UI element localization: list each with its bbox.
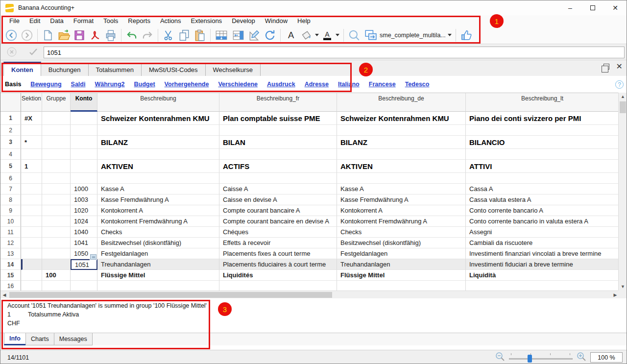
cell-konto[interactable]: 1051 [71,259,97,270]
cell-gruppe[interactable] [42,136,71,149]
cell-beschreibung_lt[interactable]: Cambiali da riscuotere [466,238,619,248]
menu-item-edit[interactable]: Edit [24,16,45,25]
cell-beschreibung_fr[interactable]: Placements fixes à court terme [219,248,337,259]
table-row[interactable]: 121041Besitzwechsel (diskontfähig)Effett… [0,238,619,248]
cell-beschreibung[interactable] [97,149,219,160]
row-number[interactable]: 3 [0,136,21,149]
cell-gruppe[interactable]: 100 [42,270,71,281]
cell-konto[interactable] [71,125,97,136]
formula-input[interactable] [44,47,625,58]
cell-sektion[interactable] [21,173,42,184]
nav-back-button[interactable] [3,28,19,43]
cell-sektion[interactable] [21,259,42,270]
cell-sektion[interactable] [21,216,42,227]
paste-button[interactable] [192,28,208,43]
cell-beschreibung_fr[interactable]: Chéques [219,227,337,238]
view-basis[interactable]: Basis [5,81,21,88]
menu-item-extensions[interactable]: Extensions [186,16,227,25]
zoom-out-icon[interactable] [495,352,505,364]
cell-beschreibung[interactable]: Kontokorrent Fremdwährung A [97,216,219,227]
menu-item-format[interactable]: Format [69,16,98,25]
cell-beschreibung_de[interactable] [337,125,466,136]
cell-beschreibung_de[interactable]: AKTIVEN [337,160,466,173]
zoom-percentage[interactable]: 100 % [590,352,623,363]
cell-beschreibung_de[interactable]: Kasse A [337,184,466,194]
view-saldi[interactable]: Saldi [71,81,86,88]
vertical-scrollbar[interactable]: ▲ ▼ [618,93,627,291]
cell-sektion[interactable] [21,270,42,281]
cell-beschreibung_de[interactable]: Kontokorrent A [337,205,466,216]
view-budget[interactable]: Budget [134,81,155,88]
cell-gruppe[interactable] [42,149,71,160]
cell-gruppe[interactable] [42,259,71,270]
cell-beschreibung[interactable]: Kasse Fremdwährung A [97,194,219,205]
row-number[interactable]: 13 [0,248,21,259]
view-adresse[interactable]: Adresse [305,81,329,88]
undo-button[interactable] [124,28,140,43]
cell-sektion[interactable] [21,205,42,216]
cell-konto[interactable]: 1040 [71,227,97,238]
table-row[interactable]: 4 [0,149,619,160]
cell-beschreibung_fr[interactable]: Caisse A [219,184,337,194]
view-w-hrung2[interactable]: Währung2 [95,81,124,88]
cell-beschreibung_fr[interactable] [219,149,337,160]
view-francese[interactable]: Francese [369,81,396,88]
cell-beschreibung_de[interactable] [337,281,466,291]
column-header-beschreibung_lt[interactable]: Beschreibung_lt [466,93,619,112]
table-row[interactable]: 15100Flüssige MittelLiquiditésFlüssige M… [0,270,619,281]
view-verschiedene[interactable]: Verschiedene [218,81,258,88]
cell-sektion[interactable] [21,227,42,238]
maximize-button[interactable] [581,0,604,15]
close-table-icon[interactable]: ✕ [616,64,623,70]
cell-beschreibung_fr[interactable] [219,173,337,184]
cell-beschreibung_de[interactable]: Checks [337,227,466,238]
column-header-beschreibung[interactable]: Beschreibung [97,93,219,112]
refresh-button[interactable] [262,28,278,43]
cell-beschreibung_lt[interactable] [466,173,619,184]
cell-beschreibung_de[interactable]: Flüssige Mittel [337,270,466,281]
column-header-beschreibung_fr[interactable]: Beschreibung_fr [219,93,337,112]
tab-wechselkurse[interactable]: Wechselkurse [205,63,261,76]
cell-sektion[interactable] [21,248,42,259]
cell-beschreibung_fr[interactable]: Placements fiduciaires à court terme [219,259,337,270]
menu-item-tools[interactable]: Tools [98,16,123,25]
tab-totalsummen[interactable]: Totalsummen [88,63,142,76]
cell-beschreibung[interactable]: Treuhandanlagen [97,259,219,270]
cell-beschreibung_fr[interactable]: Effetts à recevoir [219,238,337,248]
cell-gruppe[interactable] [42,184,71,194]
cell-sektion[interactable]: * [21,136,42,149]
view-vorhergehende[interactable]: Vorhergehende [165,81,209,88]
column-header-gruppe[interactable]: Gruppe [42,93,71,112]
cell-gruppe[interactable] [42,160,71,173]
cell-beschreibung[interactable]: Kontokorrent A [97,205,219,216]
cell-gruppe[interactable] [42,227,71,238]
pdf-export-button[interactable] [87,28,103,43]
save-button[interactable] [72,28,87,43]
row-number[interactable]: 15 [0,270,21,281]
cell-gruppe[interactable] [42,238,71,248]
cell-gruppe[interactable] [42,125,71,136]
tab-mwst-ust-codes[interactable]: MwSt/USt-Codes [141,63,206,76]
table-row[interactable]: 16 [0,281,619,291]
menu-item-actions[interactable]: Actions [155,16,186,25]
help-icon[interactable]: ? [615,80,624,89]
cell-beschreibung_fr[interactable]: Plan comptable suisse PME [219,112,337,125]
vertical-scroll-thumb[interactable] [620,101,626,113]
cell-beschreibung[interactable]: Festgeldanlagen [97,248,219,259]
cell-konto[interactable] [71,281,97,291]
cell-sektion[interactable] [21,281,42,291]
cell-extension-icon[interactable] [90,254,96,260]
scroll-up-icon[interactable]: ▲ [619,93,627,100]
row-number[interactable]: 14 [0,259,21,270]
column-header-num[interactable] [0,93,21,112]
row-number[interactable]: 7 [0,184,21,194]
cell-beschreibung_lt[interactable]: Assegni [466,227,619,238]
row-number[interactable]: 16 [0,281,21,291]
cell-beschreibung_fr[interactable]: ACTIFS [219,160,337,173]
cell-beschreibung_fr[interactable]: Compte courant bancaire en devise A [219,216,337,227]
menu-item-data[interactable]: Data [45,16,68,25]
table-row[interactable]: 91020Kontokorrent ACompte courant bancai… [0,205,619,216]
cell-beschreibung_lt[interactable]: BILANCIO [466,136,619,149]
cell-beschreibung_de[interactable]: BILANZ [337,136,466,149]
view-ausdruck[interactable]: Ausdruck [267,81,295,88]
